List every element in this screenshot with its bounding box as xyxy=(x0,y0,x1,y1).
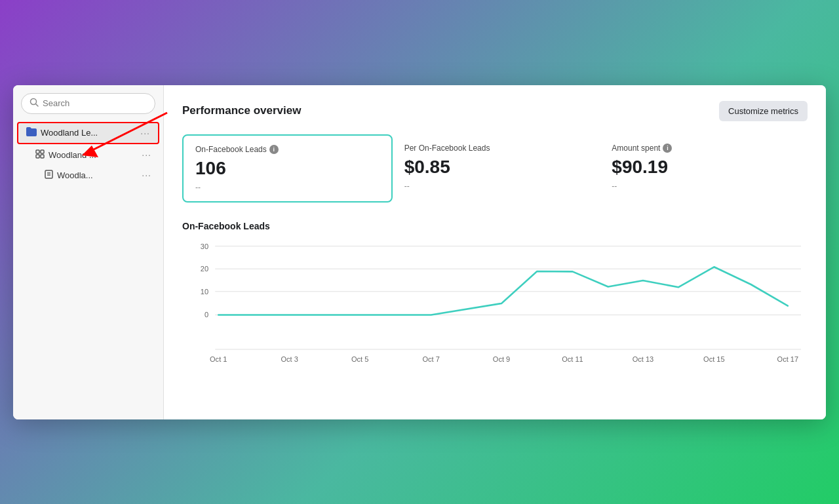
main-content: Performance overview Customize metrics O… xyxy=(164,85,826,419)
search-input[interactable] xyxy=(43,98,147,108)
sidebar-item-level3-more[interactable]: ··· xyxy=(142,170,151,180)
svg-text:Oct 9: Oct 9 xyxy=(493,355,510,362)
grid-icon xyxy=(35,149,45,161)
metric-card-per-leads[interactable]: Per On-Facebook Leads $0.85 -- xyxy=(393,134,600,203)
perf-header: Performance overview Customize metrics xyxy=(182,101,808,121)
chart-section: On-Facebook Leads 30 20 10 0 xyxy=(182,221,808,377)
metrics-row: On-Facebook Leads i 106 -- Per On-Facebo… xyxy=(182,134,808,203)
svg-rect-6 xyxy=(45,170,52,178)
svg-rect-5 xyxy=(41,155,44,158)
svg-text:Oct 3: Oct 3 xyxy=(281,355,298,362)
metric-sub-per-leads: -- xyxy=(404,182,589,191)
sidebar-item-level3-label: Woodla... xyxy=(57,170,142,180)
metric-sub-on-facebook-leads: -- xyxy=(195,183,380,192)
metric-label-per-leads: Per On-Facebook Leads xyxy=(404,144,589,153)
metric-value-on-facebook-leads: 106 xyxy=(195,158,380,179)
svg-text:Oct 13: Oct 13 xyxy=(633,355,654,362)
search-icon xyxy=(29,98,39,109)
metric-card-on-facebook-leads[interactable]: On-Facebook Leads i 106 -- xyxy=(182,134,393,203)
svg-rect-3 xyxy=(41,150,44,153)
metric-label-amount-spent: Amount spent i xyxy=(612,144,796,153)
chart-title: On-Facebook Leads xyxy=(182,221,808,231)
metric-label-on-facebook-leads: On-Facebook Leads i xyxy=(195,145,380,154)
svg-text:10: 10 xyxy=(201,287,208,295)
svg-text:Oct 7: Oct 7 xyxy=(422,355,439,362)
svg-line-1 xyxy=(36,104,39,106)
metric-value-amount-spent: $90.19 xyxy=(612,157,796,178)
metric-card-amount-spent[interactable]: Amount spent i $90.19 -- xyxy=(600,134,808,203)
search-bar[interactable] xyxy=(21,93,155,114)
sidebar-item-level2-label: Woodland ... xyxy=(49,150,142,160)
info-icon-amount[interactable]: i xyxy=(663,144,672,153)
svg-rect-2 xyxy=(36,150,39,153)
sidebar: Woodland Le... ··· Woodland ... ··· xyxy=(13,85,164,419)
svg-text:20: 20 xyxy=(201,265,208,273)
svg-text:30: 30 xyxy=(201,242,208,250)
sidebar-item-level1-label: Woodland Le... xyxy=(41,128,140,138)
chart-svg: 30 20 10 0 Oct 1 Oct 3 Oct 5 Oct 7 Oct 9… xyxy=(182,239,808,377)
sidebar-item-level2[interactable]: Woodland ... ··· xyxy=(17,145,159,165)
svg-text:Oct 17: Oct 17 xyxy=(777,355,799,362)
svg-text:Oct 1: Oct 1 xyxy=(210,355,227,362)
perf-title: Performance overview xyxy=(182,104,301,117)
info-icon-leads[interactable]: i xyxy=(269,145,279,154)
svg-text:0: 0 xyxy=(205,310,208,318)
svg-rect-4 xyxy=(36,155,39,158)
folder-icon xyxy=(26,127,37,139)
svg-text:Oct 5: Oct 5 xyxy=(351,355,368,362)
metric-sub-amount-spent: -- xyxy=(612,182,796,191)
sidebar-item-level3[interactable]: Woodla... ··· xyxy=(17,166,159,185)
metric-value-per-leads: $0.85 xyxy=(404,157,589,178)
file-icon xyxy=(45,170,53,181)
sidebar-item-level1-more[interactable]: ··· xyxy=(140,128,150,138)
svg-text:Oct 15: Oct 15 xyxy=(703,355,725,362)
sidebar-item-level1[interactable]: Woodland Le... ··· xyxy=(17,122,159,144)
customize-metrics-button[interactable]: Customize metrics xyxy=(719,101,808,121)
chart-container: 30 20 10 0 Oct 1 Oct 3 Oct 5 Oct 7 Oct 9… xyxy=(182,239,808,377)
svg-text:Oct 11: Oct 11 xyxy=(562,355,583,362)
sidebar-item-level2-more[interactable]: ··· xyxy=(142,149,151,160)
